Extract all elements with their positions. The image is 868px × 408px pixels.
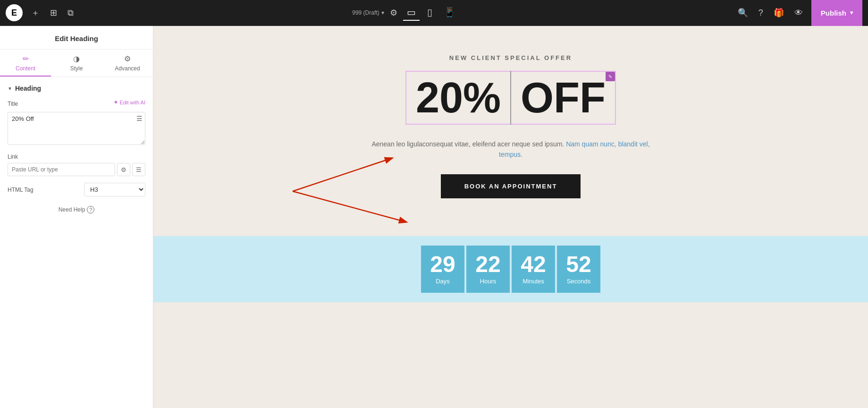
topbar: E ＋ ⊞ ⧉ 999 (Draft) ▾ ⚙ ▭ ▯ 📱 🔍 ? 🎁 👁 Pu… (0, 0, 868, 26)
heading-text-left: 20% (416, 76, 501, 119)
layers-icon[interactable]: ⧉ (66, 6, 76, 20)
main-area: Edit Heading ✏ Content ◑ Style ⚙ Advance… (0, 26, 868, 408)
stack-button[interactable]: ☰ (136, 115, 143, 122)
title-label: Title (8, 99, 18, 107)
link-stack-button[interactable]: ☰ (132, 163, 145, 176)
countdown-items: 29 Days 22 Hours 42 Minutes 52 Seconds (421, 246, 600, 293)
canvas-content: NEW CLIENT SPECIAL OFFER 20% OFF ✎ (153, 26, 868, 236)
desktop-device-button[interactable]: ▭ (403, 5, 420, 21)
heading-section: 20% OFF ✎ (405, 71, 616, 125)
edit-with-ai-button[interactable]: ✦ Edit with AI (113, 99, 145, 106)
search-icon[interactable]: 🔍 (736, 6, 750, 20)
tab-content[interactable]: ✏ Content (0, 50, 51, 76)
elementor-logo[interactable]: E (6, 4, 23, 21)
panel-body: ▼ Heading Title ✦ Edit with AI 20% Off ☰… (0, 77, 153, 408)
tab-style[interactable]: ◑ Style (51, 50, 102, 76)
ai-icon: ✦ (113, 99, 118, 106)
minutes-label: Minutes (522, 278, 544, 285)
preview-icon[interactable]: 👁 (792, 6, 805, 20)
section-heading: ▼ Heading (8, 85, 145, 92)
appointment-button[interactable]: BOOK AN APPOINTMENT (441, 174, 581, 198)
days-label: Days (436, 278, 450, 285)
svg-line-1 (293, 158, 392, 191)
countdown-minutes: 42 Minutes (512, 246, 555, 293)
title-input-wrapper: 20% Off ☰ (8, 112, 145, 147)
link-label: Link (8, 153, 145, 160)
gift-icon[interactable]: 🎁 (772, 6, 786, 20)
heading-box-right[interactable]: OFF (511, 71, 616, 125)
title-field-row: Title ✦ Edit with AI (8, 99, 145, 107)
title-textarea[interactable]: 20% Off (8, 112, 145, 145)
canvas: NEW CLIENT SPECIAL OFFER 20% OFF ✎ (153, 26, 868, 408)
topbar-center: 999 (Draft) ▾ ⚙ ▭ ▯ 📱 (352, 5, 459, 21)
need-help-link[interactable]: Need Help ? (8, 206, 145, 213)
help-icon[interactable]: ? (757, 6, 765, 20)
seconds-label: Seconds (567, 278, 591, 285)
responsive-mode-icon[interactable]: ⊞ (48, 6, 59, 20)
heading-text-right: OFF (521, 76, 606, 119)
mobile-device-button[interactable]: 📱 (440, 5, 459, 21)
left-panel: Edit Heading ✏ Content ◑ Style ⚙ Advance… (0, 26, 153, 408)
hours-label: Hours (480, 278, 497, 285)
help-circle-icon: ? (87, 206, 94, 213)
panel-title: Edit Heading (0, 26, 153, 50)
description-text: Aenean leo ligulaconsequat vitae, eleife… (369, 139, 652, 160)
section-arrow: ▼ (8, 86, 12, 91)
tablet-device-button[interactable]: ▯ (423, 5, 436, 21)
heading-edit-icon[interactable]: ✎ (606, 72, 615, 81)
hours-value: 22 (475, 253, 500, 276)
link-input[interactable] (8, 163, 115, 176)
minutes-value: 42 (521, 253, 546, 276)
countdown-hours: 22 Hours (466, 246, 510, 293)
settings-icon[interactable]: ⚙ (388, 6, 399, 20)
draft-selector[interactable]: 999 (Draft) ▾ (352, 9, 384, 16)
html-tag-label: HTML Tag (8, 187, 34, 193)
days-value: 29 (430, 253, 455, 276)
offer-label: NEW CLIENT SPECIAL OFFER (449, 54, 572, 61)
publish-button[interactable]: Publish ▾ (811, 0, 862, 26)
publish-chevron: ▾ (850, 9, 853, 16)
panel-tabs: ✏ Content ◑ Style ⚙ Advanced (0, 50, 153, 77)
html-tag-select[interactable]: H3 H1 H2 H4 H5 H6 div span p (84, 183, 145, 196)
svg-line-2 (293, 191, 406, 222)
topbar-left: E ＋ ⊞ ⧉ (6, 4, 76, 21)
html-tag-row: HTML Tag H3 H1 H2 H4 H5 H6 div span p (8, 183, 145, 196)
style-tab-icon: ◑ (73, 54, 80, 63)
content-tab-icon: ✏ (23, 54, 29, 63)
add-element-button[interactable]: ＋ (29, 5, 42, 20)
countdown-days: 29 Days (421, 246, 464, 293)
countdown-seconds: 52 Seconds (557, 246, 600, 293)
link-section: Link ⚙ ☰ (8, 153, 145, 176)
link-input-row: ⚙ ☰ (8, 163, 145, 176)
seconds-value: 52 (566, 253, 591, 276)
advanced-tab-icon: ⚙ (124, 54, 131, 63)
heading-box-left[interactable]: 20% (405, 71, 510, 125)
countdown-section: 29 Days 22 Hours 42 Minutes 52 Seconds (153, 236, 868, 302)
topbar-right: 🔍 ? 🎁 👁 Publish ▾ (736, 0, 862, 26)
tab-advanced[interactable]: ⚙ Advanced (102, 50, 153, 76)
link-settings-button[interactable]: ⚙ (117, 163, 130, 176)
